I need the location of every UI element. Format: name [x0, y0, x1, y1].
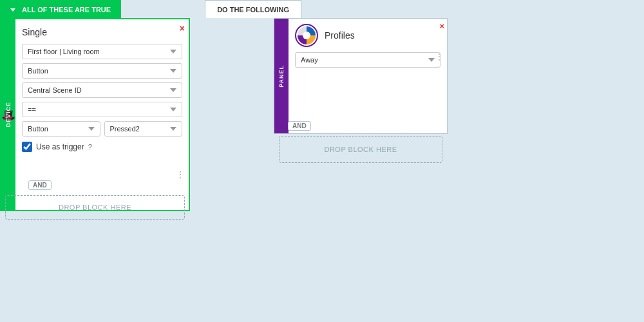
left-drop-block[interactable]: DROP BLOCK HERE	[5, 195, 185, 220]
right-sidebar-label: PANEL	[278, 65, 285, 88]
left-and-badge: AND	[28, 180, 52, 190]
tab-do-following-label: DO THE FOLLOWING	[217, 6, 289, 14]
svg-point-1	[303, 32, 310, 39]
type-dropdown-row: Button	[22, 63, 182, 79]
right-and-section: AND DROP BLOCK HERE	[274, 118, 448, 168]
profile-pie-chart	[296, 25, 317, 46]
value-dropdown-row: Button Pressed2	[22, 121, 182, 137]
profile-title: Profiles	[325, 30, 355, 41]
profiles-header: Profiles	[295, 24, 440, 47]
operator-dropdown-row: ==	[22, 102, 182, 117]
trigger-checkbox[interactable]	[22, 142, 32, 152]
main-content: 🎩 DEVICE × Single First floor | Living r…	[0, 18, 644, 322]
tab-all-true[interactable]: ALL OF THESE ARE TRUE	[0, 0, 121, 18]
operator-select[interactable]: ==	[22, 102, 182, 117]
left-and-section: AND DROP BLOCK HERE	[0, 178, 190, 225]
profile-icon	[295, 24, 318, 47]
header-row: ALL OF THESE ARE TRUE DO THE FOLLOWING	[0, 0, 644, 18]
left-block-title: Single	[22, 27, 182, 37]
value2-select[interactable]: Pressed2	[104, 121, 183, 137]
right-panel: PANEL ×	[274, 18, 448, 134]
left-sidebar-label: DEVICE	[5, 102, 12, 128]
tab-do-following[interactable]: DO THE FOLLOWING	[205, 0, 301, 18]
right-close-button[interactable]: ×	[439, 21, 444, 31]
trigger-checkbox-row: Use as trigger ?	[22, 142, 182, 152]
location-select[interactable]: First floor | Living room	[22, 44, 182, 59]
left-close-button[interactable]: ×	[180, 23, 185, 33]
chevron-down-icon	[10, 8, 15, 12]
property-select[interactable]: Central Scene ID	[22, 82, 182, 98]
location-dropdown-row: First floor | Living room	[22, 44, 182, 59]
right-and-badge: AND	[288, 121, 311, 131]
profile-select[interactable]: Away	[295, 52, 440, 68]
right-content: × Profiles	[289, 19, 447, 133]
trigger-label: Use as trigger	[36, 142, 84, 151]
value1-select[interactable]: Button	[22, 121, 100, 137]
profile-dropdown-row: Away	[295, 52, 440, 68]
right-drop-block[interactable]: DROP BLOCK HERE	[279, 136, 442, 163]
property-dropdown-row: Central Scene ID	[22, 82, 182, 98]
right-sidebar-tab: PANEL	[274, 19, 289, 133]
type-select[interactable]: Button	[22, 63, 182, 79]
help-icon[interactable]: ?	[88, 143, 92, 151]
right-menu-dots[interactable]: ⋮	[435, 52, 443, 61]
tab-all-true-label: ALL OF THESE ARE TRUE	[22, 6, 111, 14]
